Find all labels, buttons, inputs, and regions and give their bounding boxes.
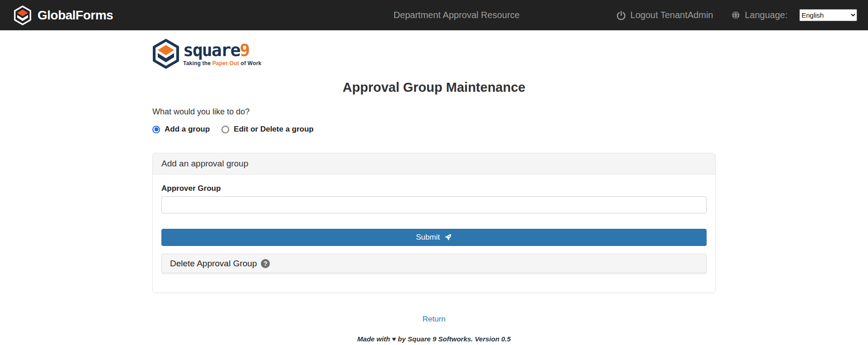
panel-header: Add an approval group [153,153,715,175]
language-label: Language: [745,10,788,20]
main-content: square9 Taking the Paper Out of Work App… [152,39,716,343]
language-group: Language: [731,10,788,20]
square9-logo: square9 Taking the Paper Out of Work [152,39,716,69]
question-text: What would you like to do? [152,107,716,117]
radio-edit-delete-group-label: Edit or Delete a group [234,125,314,134]
power-icon [616,10,626,20]
page-title: Approval Group Maintenance [152,80,716,95]
return-row: Return [152,315,716,324]
navbar-right: Logout TenantAdmin Language: English [616,9,857,21]
language-select[interactable]: English [799,9,857,21]
submit-button[interactable]: Submit [161,229,707,246]
panel-body: Approver Group Submit Delete Approval Gr… [153,175,715,293]
radio-edit-delete-group[interactable]: Edit or Delete a group [222,125,314,134]
footer-credit: Made with ♥ by Square 9 Softworks. Versi… [152,335,716,343]
radio-edit-delete-group-control[interactable] [222,126,229,133]
delete-approval-group-header[interactable]: Delete Approval Group ? [161,254,707,273]
mode-radio-group: Add a group Edit or Delete a group [152,125,716,134]
globe-icon [731,10,741,20]
radio-add-group-label: Add a group [165,125,210,134]
approver-group-label: Approver Group [161,184,707,193]
question-circle-icon[interactable]: ? [261,259,270,268]
radio-add-group[interactable]: Add a group [152,125,210,134]
square9-tagline: Taking the Paper Out of Work [183,60,261,66]
approver-group-input[interactable] [161,196,707,213]
logout-label: Logout TenantAdmin [630,10,713,20]
return-link[interactable]: Return [422,315,445,323]
add-group-panel: Add an approval group Approver Group Sub… [152,153,716,293]
delete-approval-group-label: Delete Approval Group [170,259,257,269]
square9-wordmark-block: square9 Taking the Paper Out of Work [183,42,261,66]
logout-link[interactable]: Logout TenantAdmin [616,10,713,20]
brand-name: GlobalForms [38,8,113,23]
square9-wordmark: square9 [183,42,261,59]
navbar: GlobalForms Department Approval Resource… [0,0,868,30]
radio-add-group-control[interactable] [152,126,160,133]
globalforms-logo-icon [14,5,32,25]
submit-label: Submit [416,233,440,242]
page-subtitle: Department Approval Resource [393,10,519,20]
navbar-brand[interactable]: GlobalForms [14,5,113,25]
square9-hexagon-icon [152,39,179,69]
rocket-icon [444,233,452,241]
